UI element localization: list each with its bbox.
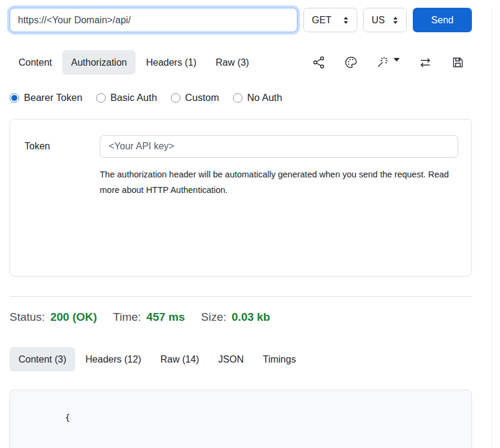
request-tabs-row: Content Authorization Headers (1) Raw (3…: [10, 50, 472, 75]
tab-authorization[interactable]: Authorization: [62, 50, 136, 75]
auth-option-custom[interactable]: Custom: [171, 92, 219, 103]
method-select-value: GET: [312, 15, 332, 26]
radio-selected-icon: [10, 93, 19, 103]
code-line: {: [23, 395, 471, 440]
content-right-border: [491, 8, 492, 448]
auth-option-basic-auth[interactable]: Basic Auth: [96, 92, 157, 103]
radio-icon: [233, 93, 243, 103]
request-toolbar: [312, 56, 472, 70]
auth-option-label: Basic Auth: [111, 92, 157, 103]
request-tabs: Content Authorization Headers (1) Raw (3…: [10, 50, 258, 75]
tab-content[interactable]: Content: [10, 50, 61, 75]
swap-arrows-icon[interactable]: [418, 56, 432, 70]
auth-option-label: Custom: [185, 92, 219, 103]
send-button[interactable]: Send: [413, 8, 472, 32]
region-select-value: US: [372, 15, 385, 26]
response-tabs: Content (3) Headers (12) Raw (14) JSON T…: [10, 347, 472, 372]
auth-option-no-auth[interactable]: No Auth: [233, 92, 283, 103]
auth-type-row: Bearer Token Basic Auth Custom No Auth: [10, 92, 472, 103]
auth-option-label: Bearer Token: [24, 92, 82, 103]
code-line: "message": "API running.": [23, 440, 471, 448]
time-label: Time:: [113, 311, 141, 324]
caret-down-icon: [394, 58, 400, 62]
token-label: Token: [24, 141, 100, 152]
tab-response-timings[interactable]: Timings: [254, 347, 305, 372]
auth-option-label: No Auth: [247, 92, 283, 103]
auth-option-bearer-token[interactable]: Bearer Token: [10, 92, 82, 103]
share-icon[interactable]: [312, 56, 326, 69]
response-status-bar: Status: 200 (OK) Time: 457 ms Size: 0.03…: [10, 311, 472, 324]
status-label: Status:: [10, 311, 45, 324]
time-stat: Time: 457 ms: [113, 311, 185, 324]
auth-panel: Token The authorization header will be a…: [10, 119, 472, 277]
updown-arrows-icon: [343, 16, 349, 24]
save-icon[interactable]: [451, 56, 465, 69]
request-url-row: GET US Send: [10, 8, 472, 32]
size-label: Size:: [201, 311, 226, 324]
status-stat: Status: 200 (OK): [10, 311, 97, 324]
radio-icon: [96, 93, 106, 103]
api-client-page: GET US Send Content Authorization Header…: [0, 8, 500, 448]
tab-response-content[interactable]: Content (3): [10, 347, 75, 372]
region-select[interactable]: US: [363, 8, 407, 32]
main-content: GET US Send Content Authorization Header…: [10, 8, 472, 448]
response-body: { "message": "API running." }: [10, 389, 472, 448]
status-value: 200 (OK): [50, 311, 97, 324]
tab-response-headers[interactable]: Headers (12): [76, 347, 150, 372]
size-stat: Size: 0.03 kb: [201, 311, 271, 324]
token-input[interactable]: [100, 135, 458, 158]
radio-icon: [171, 93, 180, 103]
updown-arrows-icon: [392, 16, 398, 24]
method-select[interactable]: GET: [303, 8, 357, 32]
tab-response-json[interactable]: JSON: [209, 347, 253, 372]
palette-icon[interactable]: [344, 56, 358, 69]
token-help-text: The authorization header will be automat…: [100, 167, 458, 198]
url-input[interactable]: [10, 8, 297, 32]
section-divider: [10, 296, 472, 297]
tab-response-raw[interactable]: Raw (14): [151, 347, 208, 372]
time-value: 457 ms: [146, 311, 185, 324]
tab-headers[interactable]: Headers (1): [137, 50, 205, 75]
magic-wand-icon[interactable]: [376, 56, 400, 69]
tab-raw[interactable]: Raw (3): [207, 50, 258, 75]
json-open-brace: {: [65, 413, 70, 422]
token-row: Token: [24, 135, 458, 158]
size-value: 0.03 kb: [232, 311, 270, 324]
